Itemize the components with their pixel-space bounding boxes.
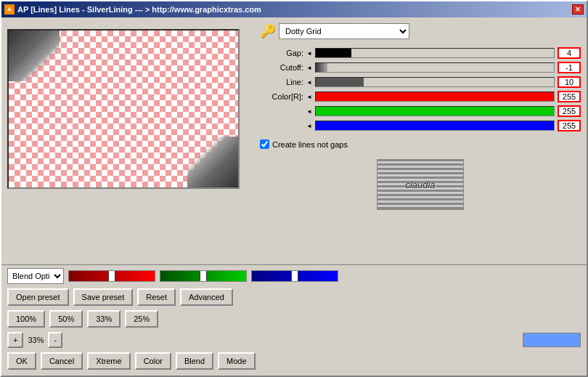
zoom-100-button[interactable]: 100%	[7, 310, 45, 328]
blend-row: Blend Opti	[7, 268, 581, 284]
preset-buttons-row: Open preset Save preset Reset Advanced	[7, 288, 581, 306]
zoom-in-button[interactable]: +	[7, 332, 23, 348]
colorG-value[interactable]: 255	[558, 105, 581, 117]
cutoff-slider-fill	[316, 63, 327, 72]
cutoff-label: Cutoff:	[260, 63, 303, 72]
gap-value[interactable]: 4	[558, 47, 581, 59]
cutoff-slider-track[interactable]	[315, 62, 555, 73]
gap-slider-row: Gap: ◄ 4	[260, 46, 581, 60]
create-lines-label: Create lines not gaps	[272, 140, 348, 149]
reset-button[interactable]: Reset	[137, 288, 176, 306]
blue-slider-fill	[252, 271, 338, 281]
sliders-section: Gap: ◄ 4 Cutoff: ◄	[260, 46, 581, 132]
open-preset-button[interactable]: Open preset	[7, 288, 69, 306]
preview-area	[7, 29, 240, 189]
colorG-slider-row: ◄ 255	[260, 105, 581, 118]
colorB-slider-track[interactable]	[315, 121, 555, 131]
blend-select[interactable]: Blend Opti	[7, 268, 64, 284]
green-mini-slider[interactable]	[160, 270, 247, 282]
gap-slider-track[interactable]	[315, 48, 555, 58]
color-swatch	[523, 333, 581, 347]
colorR-label: Color[R]:	[260, 92, 303, 101]
gap-arrow[interactable]: ◄	[306, 50, 312, 57]
stamp-text: claudia	[405, 179, 435, 190]
blend-button[interactable]: Blend	[176, 352, 213, 370]
bottom-action-row: + 33% -	[7, 332, 581, 348]
red-slider-thumb[interactable]	[108, 270, 115, 282]
mode-button[interactable]: Mode	[218, 352, 256, 370]
preset-dropdown[interactable]: Dotty Grid	[279, 23, 409, 39]
colorB-slider-fill	[316, 121, 554, 130]
bottom-controls: Blend Opti Open prese	[1, 264, 587, 376]
colorR-arrow[interactable]: ◄	[306, 94, 312, 100]
checkerboard-pattern	[9, 31, 238, 187]
zoom-row: 100% 50% 33% 25%	[7, 310, 581, 328]
colorB-value[interactable]: 255	[558, 120, 581, 131]
blue-mini-slider[interactable]	[251, 270, 338, 282]
line-slider-track[interactable]	[315, 77, 555, 87]
line-slider-fill	[316, 78, 364, 86]
cutoff-slider-row: Cutoff: ◄ -1	[260, 61, 581, 74]
ok-button[interactable]: OK	[7, 352, 36, 370]
colorB-slider-row: ◄ 255	[260, 119, 581, 132]
cancel-button[interactable]: Cancel	[41, 352, 83, 370]
green-slider-fill	[160, 271, 246, 281]
colorB-arrow[interactable]: ◄	[306, 123, 312, 129]
line-arrow[interactable]: ◄	[306, 79, 312, 86]
create-lines-checkbox-row: Create lines not gaps	[260, 139, 581, 149]
main-content: 🔑 Dotty Grid Gap: ◄ 4	[1, 17, 587, 262]
save-preset-button[interactable]: Save preset	[73, 288, 134, 306]
gap-slider-fill	[316, 49, 351, 57]
stamp-preview: claudia	[377, 159, 464, 210]
corner-gradient-br	[187, 137, 238, 187]
xtreme-button[interactable]: Xtreme	[87, 352, 130, 370]
app-icon: A	[4, 4, 15, 15]
zoom-25-button[interactable]: 25%	[125, 310, 158, 328]
colorR-value[interactable]: 255	[558, 91, 581, 102]
advanced-button[interactable]: Advanced	[180, 288, 233, 306]
colorR-slider-fill	[316, 92, 554, 101]
gap-label: Gap:	[260, 49, 303, 57]
cutoff-arrow[interactable]: ◄	[306, 65, 312, 71]
line-label: Line:	[260, 78, 303, 86]
preset-dropdown-row: 🔑 Dotty Grid	[260, 23, 581, 39]
title-bar: A AP [Lines] Lines - SilverLining --- > …	[1, 1, 587, 17]
colorR-slider-track[interactable]	[315, 92, 555, 102]
colorG-arrow[interactable]: ◄	[306, 108, 312, 115]
line-slider-row: Line: ◄ 10	[260, 76, 581, 89]
colorG-slider-track[interactable]	[315, 106, 555, 116]
key-icon: 🔑	[260, 23, 276, 39]
zoom-50-button[interactable]: 50%	[49, 310, 83, 328]
colorR-slider-row: Color[R]: ◄ 255	[260, 90, 581, 103]
red-slider-fill	[69, 271, 155, 281]
right-panel: 🔑 Dotty Grid Gap: ◄ 4	[260, 23, 581, 256]
green-slider-thumb[interactable]	[200, 270, 207, 282]
cutoff-value[interactable]: -1	[558, 62, 581, 73]
final-buttons-row: OK Cancel Xtreme Color Blend Mode	[7, 352, 581, 370]
close-button[interactable]: ✕	[572, 4, 584, 15]
window-title: AP [Lines] Lines - SilverLining --- > ht…	[17, 5, 261, 14]
zoom-out-button[interactable]: -	[48, 332, 62, 348]
colorG-slider-fill	[316, 107, 554, 115]
red-mini-slider[interactable]	[68, 270, 155, 282]
line-value[interactable]: 10	[558, 76, 581, 88]
create-lines-checkbox[interactable]	[260, 139, 269, 149]
left-panel	[7, 23, 254, 256]
blue-slider-thumb[interactable]	[291, 270, 298, 282]
main-window: A AP [Lines] Lines - SilverLining --- > …	[0, 0, 588, 377]
zoom-33-button[interactable]: 33%	[87, 310, 121, 328]
current-zoom-label: 33%	[28, 336, 44, 344]
color-button[interactable]: Color	[135, 352, 171, 370]
corner-gradient-tl	[9, 31, 60, 81]
